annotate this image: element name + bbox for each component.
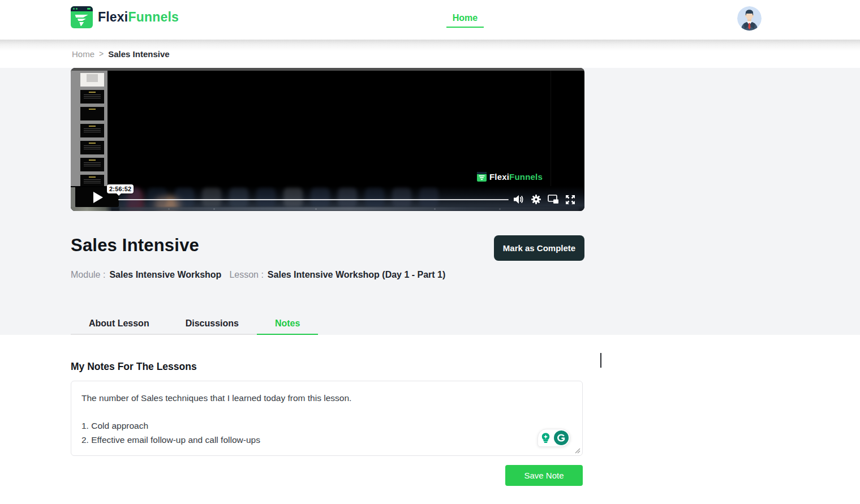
page-title: Sales Intensive xyxy=(71,235,199,256)
slide-thumbnail xyxy=(80,141,104,154)
breadcrumb: Home > Sales Intensive xyxy=(0,40,860,68)
tab-about-lesson[interactable]: About Lesson xyxy=(71,313,167,335)
volume-icon[interactable] xyxy=(514,195,524,204)
brand-name: FlexiFunnels xyxy=(98,10,179,25)
video-slide-sidebar xyxy=(71,71,108,188)
slide-thumbnail xyxy=(80,158,104,171)
video-player[interactable]: 2:56:52 FlexiFunnels xyxy=(71,68,584,211)
lesson-value: Sales Intensive Workshop (Day 1 - Part 1… xyxy=(268,270,445,279)
grammarly-suggestion-icon[interactable] xyxy=(540,432,552,444)
slide-thumbnail xyxy=(80,124,104,137)
settings-icon[interactable] xyxy=(531,194,541,205)
breadcrumb-home[interactable]: Home xyxy=(72,49,94,59)
grammarly-icon[interactable] xyxy=(554,430,569,445)
fullscreen-icon[interactable] xyxy=(565,195,575,205)
dock-app-icons-blur xyxy=(121,188,438,207)
module-lesson-info: Module :Sales Intensive Workshop Lesson … xyxy=(71,270,860,280)
dock-shelf-blur xyxy=(119,207,579,211)
module-value: Sales Intensive Workshop xyxy=(109,270,221,279)
video-frame-toolbar xyxy=(71,68,584,71)
slide-thumbnail xyxy=(80,90,104,104)
note-input-box: The number of Sales techniques that I le… xyxy=(71,381,583,456)
tab-notes[interactable]: Notes xyxy=(257,313,318,335)
lesson-label: Lesson : xyxy=(229,270,263,279)
nav-home-link[interactable]: Home xyxy=(446,13,484,23)
pip-icon[interactable] xyxy=(548,195,559,204)
note-textarea[interactable]: The number of Sales techniques that I le… xyxy=(72,382,582,455)
video-window-edge xyxy=(551,71,551,186)
module-label: Module : xyxy=(71,270,105,279)
mark-as-complete-button[interactable]: Mark as Complete xyxy=(494,235,584,261)
play-icon xyxy=(93,192,103,203)
user-avatar[interactable] xyxy=(737,6,762,31)
video-time-tooltip: 2:56:52 xyxy=(107,184,134,193)
watermark-logo-icon xyxy=(477,172,487,182)
slide-thumbnail xyxy=(80,107,104,120)
breadcrumb-separator-icon: > xyxy=(99,49,104,58)
notes-heading: My Notes For The Lessons xyxy=(71,361,197,373)
video-seek-bar[interactable] xyxy=(118,199,509,200)
flexifunnels-logo-icon xyxy=(71,6,93,28)
notes-section: My Notes For The Lessons The number of S… xyxy=(0,335,860,504)
breadcrumb-current: Sales Intensive xyxy=(108,49,169,59)
grammarly-widget[interactable] xyxy=(538,429,570,447)
text-cursor xyxy=(600,353,601,368)
video-watermark: FlexiFunnels xyxy=(477,172,543,182)
textarea-resize-handle[interactable] xyxy=(575,448,580,454)
slide-thumbnail xyxy=(80,73,104,87)
video-shelf-left xyxy=(71,207,111,211)
video-dock-strip xyxy=(71,186,584,211)
brand-logo[interactable]: FlexiFunnels xyxy=(71,6,179,28)
tab-discussions[interactable]: Discussions xyxy=(167,313,257,335)
lesson-main-section: 2:56:52 FlexiFunnels Sales Intensive Mar… xyxy=(0,68,860,335)
lesson-tabs: About Lesson Discussions Notes xyxy=(71,313,318,335)
save-note-button[interactable]: Save Note xyxy=(505,465,583,486)
header: FlexiFunnels Home xyxy=(0,0,860,40)
